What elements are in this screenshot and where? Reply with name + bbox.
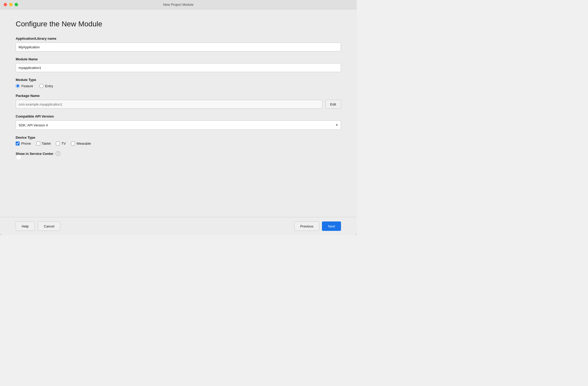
module-type-feature-radio[interactable] [16, 84, 20, 88]
previous-button[interactable]: Previous [294, 221, 320, 231]
edit-button[interactable]: Edit [325, 100, 341, 109]
device-phone-checkbox[interactable] [16, 142, 20, 145]
module-type-entry-option[interactable]: Entry [39, 84, 53, 88]
package-name-label: Package Name [16, 94, 341, 98]
module-name-input[interactable] [16, 63, 341, 72]
window-title: New Project Module [163, 3, 193, 7]
device-phone-option[interactable]: Phone [16, 142, 31, 145]
help-button[interactable]: Help [16, 221, 35, 231]
footer-right: Previous Next [294, 221, 341, 231]
close-button[interactable] [4, 3, 7, 6]
device-tablet-label: Tablet [42, 142, 51, 145]
device-wearable-checkbox[interactable] [71, 142, 75, 145]
module-name-label: Module Name [16, 57, 341, 61]
module-type-feature-label: Feature [21, 84, 33, 88]
device-tv-option[interactable]: TV [56, 142, 66, 145]
device-wearable-option[interactable]: Wearable [71, 142, 91, 145]
device-wearable-label: Wearable [77, 142, 91, 145]
app-library-name-section: Application/Library name [16, 37, 341, 51]
content-area: Configure the New Module Application/Lib… [0, 9, 357, 217]
app-library-name-label: Application/Library name [16, 37, 341, 40]
module-type-entry-radio[interactable] [39, 84, 44, 88]
next-button[interactable]: Next [322, 221, 341, 231]
package-name-value: com.example.myapplication1 [16, 100, 322, 109]
module-type-section: Module Type Feature Entry [16, 78, 341, 88]
module-name-section: Module Name [16, 57, 341, 72]
device-type-section: Device Type Phone Tablet TV Wearable [16, 136, 341, 145]
compatible-api-select[interactable]: SDK: API Version 1 SDK: API Version 2 SD… [16, 120, 341, 130]
service-center-section: Show in Service Center ? [16, 151, 341, 161]
footer-left: Help Cancel [16, 221, 60, 231]
compatible-api-wrapper: SDK: API Version 1 SDK: API Version 2 SD… [16, 120, 341, 130]
package-name-row: com.example.myapplication1 Edit [16, 100, 341, 109]
titlebar: New Project Module [0, 0, 357, 9]
help-icon[interactable]: ? [56, 151, 60, 156]
traffic-lights [4, 3, 18, 6]
device-phone-label: Phone [21, 142, 31, 145]
module-type-label: Module Type [16, 78, 341, 82]
device-tablet-option[interactable]: Tablet [36, 142, 51, 145]
device-tablet-checkbox[interactable] [36, 142, 40, 145]
compatible-api-label: Compatible API Version [16, 114, 341, 118]
module-type-entry-label: Entry [45, 84, 53, 88]
service-center-row: Show in Service Center ? [16, 151, 341, 156]
device-type-label: Device Type [16, 136, 341, 139]
service-center-label: Show in Service Center [16, 152, 54, 156]
device-type-checkbox-group: Phone Tablet TV Wearable [16, 142, 341, 145]
minimize-button[interactable] [9, 3, 13, 6]
module-type-feature-option[interactable]: Feature [16, 84, 33, 88]
device-tv-checkbox[interactable] [56, 142, 60, 145]
package-name-section: Package Name com.example.myapplication1 … [16, 94, 341, 109]
cancel-button[interactable]: Cancel [38, 221, 60, 231]
page-title: Configure the New Module [16, 20, 341, 28]
maximize-button[interactable] [15, 3, 18, 6]
footer: Help Cancel Previous Next [0, 217, 357, 235]
device-tv-label: TV [61, 142, 66, 145]
app-library-name-input[interactable] [16, 43, 341, 51]
compatible-api-section: Compatible API Version SDK: API Version … [16, 114, 341, 130]
window: New Project Module Configure the New Mod… [0, 0, 357, 235]
module-type-radio-group: Feature Entry [16, 84, 341, 88]
